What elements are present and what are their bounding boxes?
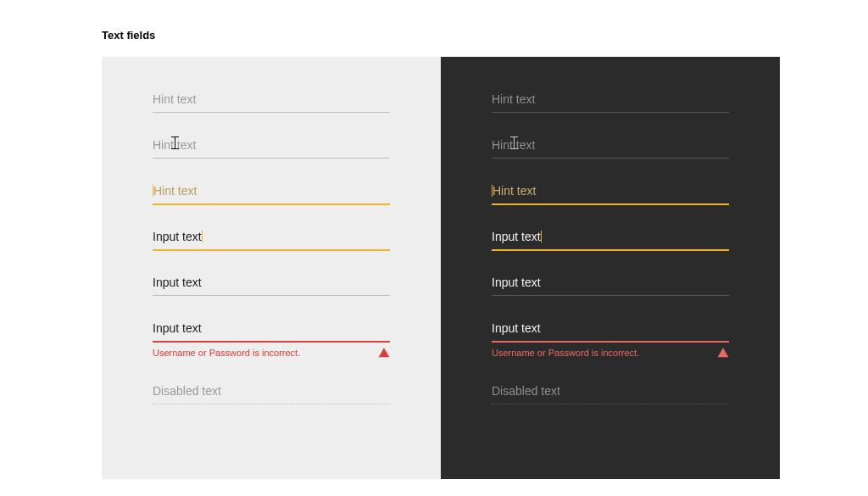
textfield-error[interactable]: Input text [153, 320, 390, 342]
textfield-placeholder: Disabled text [492, 382, 729, 404]
textfield-placeholder: Hint text [153, 91, 390, 113]
textfield-placeholder: Hint text [153, 182, 390, 205]
textfield-hover[interactable]: Hint text [153, 137, 390, 159]
error-message: Username or Password is incorrect. [492, 348, 639, 358]
textfield-value: Input text [492, 228, 729, 251]
light-panel: Hint text Hint text Hint text Input text… [102, 57, 441, 479]
textfield-value: Input text [153, 320, 390, 343]
textfield-filled[interactable]: Input text [492, 274, 729, 296]
textfield-value: Input text [153, 274, 390, 296]
textfield-active[interactable]: Input text [153, 228, 390, 250]
error-message-row: Username or Password is incorrect. [492, 347, 729, 359]
textfield-active[interactable]: Input text [492, 228, 729, 250]
warning-icon [717, 347, 729, 359]
textfield-placeholder: Hint text [492, 137, 729, 159]
page-title: Text fields [0, 0, 868, 57]
textfield-value: Input text [492, 320, 729, 343]
textfield-normal[interactable]: Hint text [492, 91, 729, 113]
panels-container: Hint text Hint text Hint text Input text… [102, 57, 780, 479]
textfield-disabled: Disabled text [492, 382, 729, 404]
textfield-hover[interactable]: Hint text [492, 137, 729, 159]
dark-panel: Hint text Hint text Hint text Input text… [441, 57, 780, 479]
textfield-placeholder: Hint text [492, 182, 729, 205]
textfield-placeholder: Disabled text [153, 382, 390, 404]
error-message-row: Username or Password is incorrect. [153, 347, 390, 359]
textfield-error[interactable]: Input text [492, 320, 729, 342]
textfield-focus[interactable]: Hint text [153, 182, 390, 204]
textfield-focus[interactable]: Hint text [492, 182, 729, 204]
textfield-value: Input text [492, 274, 729, 296]
error-message: Username or Password is incorrect. [153, 348, 300, 358]
textfield-normal[interactable]: Hint text [153, 91, 390, 113]
textfield-placeholder: Hint text [492, 91, 729, 113]
textfield-filled[interactable]: Input text [153, 274, 390, 296]
warning-icon [378, 347, 390, 359]
textfield-placeholder: Hint text [153, 137, 390, 159]
textfield-value: Input text [153, 228, 390, 251]
textfield-disabled: Disabled text [153, 382, 390, 404]
